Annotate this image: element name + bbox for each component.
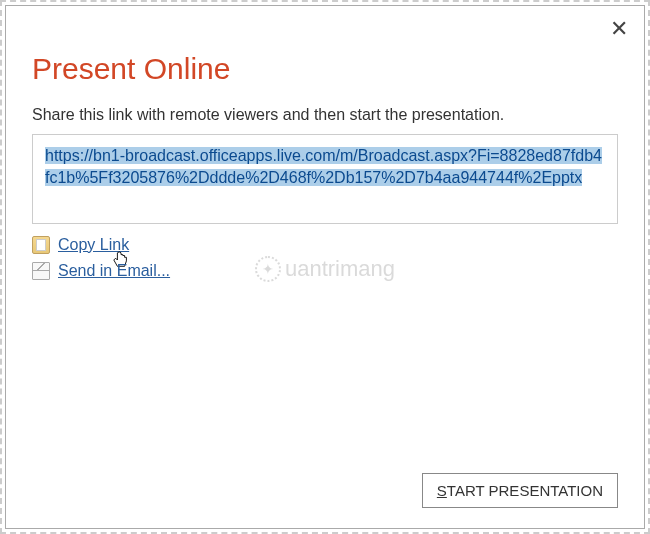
email-icon [32,262,50,280]
start-presentation-button[interactable]: START PRESENTATION [422,473,618,508]
start-btn-accel: S [437,482,447,499]
copy-link-item[interactable]: Copy Link [32,236,618,254]
present-online-dialog: ✕ Present Online Share this link with re… [5,5,645,529]
close-icon: ✕ [610,16,628,41]
send-email-item[interactable]: Send in Email... [32,262,618,280]
dialog-title: Present Online [32,52,618,86]
send-email-label: Send in Email... [58,262,170,280]
action-list: Copy Link Send in Email... [32,236,618,280]
instructions-text: Share this link with remote viewers and … [32,106,618,124]
share-link-url: https://bn1-broadcast.officeapps.live.co… [45,147,602,186]
clipboard-icon [32,236,50,254]
close-button[interactable]: ✕ [610,18,628,40]
start-btn-rest: TART PRESENTATION [447,482,603,499]
copy-link-label: Copy Link [58,236,129,254]
link-textbox[interactable]: https://bn1-broadcast.officeapps.live.co… [32,134,618,224]
